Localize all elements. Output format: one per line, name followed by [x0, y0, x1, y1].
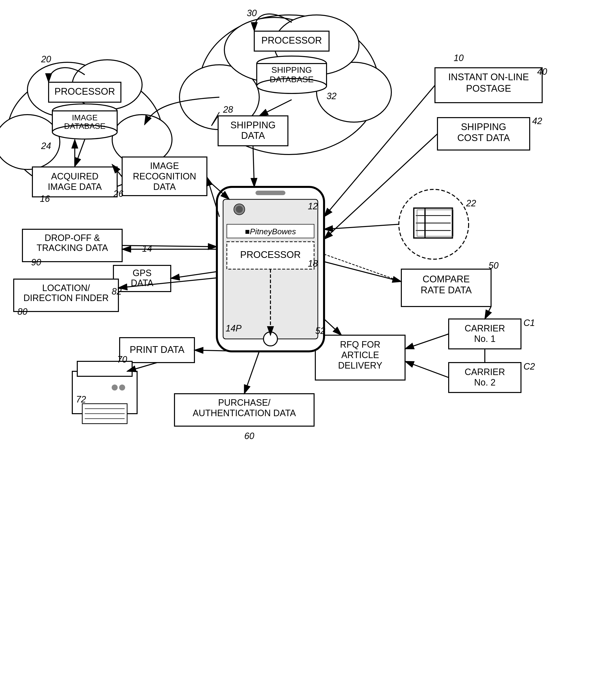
svg-text:80: 80	[18, 307, 27, 317]
svg-text:COMPARE: COMPARE	[423, 274, 470, 284]
svg-point-74	[236, 206, 243, 213]
svg-text:SHIPPING: SHIPPING	[230, 120, 276, 130]
svg-text:DROP-OFF &: DROP-OFF &	[45, 233, 100, 243]
svg-text:IMAGE: IMAGE	[150, 161, 179, 171]
svg-text:IMAGE DATA: IMAGE DATA	[48, 182, 102, 192]
svg-text:30: 30	[247, 8, 257, 18]
svg-text:90: 90	[31, 257, 41, 267]
svg-text:RFQ FOR: RFQ FOR	[340, 340, 380, 350]
svg-text:INSTANT ON-LINE: INSTANT ON-LINE	[448, 72, 529, 82]
svg-text:22: 22	[466, 198, 476, 208]
svg-text:14P: 14P	[226, 323, 242, 333]
svg-text:C2: C2	[523, 361, 535, 372]
svg-text:18: 18	[308, 258, 318, 269]
svg-text:CARRIER: CARRIER	[465, 367, 505, 377]
svg-text:POSTAGE: POSTAGE	[466, 83, 511, 94]
package-icon	[399, 189, 469, 259]
svg-point-95	[112, 384, 118, 390]
printer-icon	[72, 361, 137, 424]
diagram-container: PROCESSOR SHIPPING DATABASE PROCESSOR IM…	[0, 0, 595, 700]
svg-text:SHIPPING: SHIPPING	[461, 122, 506, 132]
svg-text:TRACKING DATA: TRACKING DATA	[37, 243, 108, 253]
svg-text:ARTICLE: ARTICLE	[341, 350, 379, 360]
svg-text:RATE DATA: RATE DATA	[421, 285, 472, 295]
svg-text:DATABASE: DATABASE	[270, 75, 314, 84]
svg-text:DATABASE: DATABASE	[64, 122, 106, 130]
svg-text:RECOGNITION: RECOGNITION	[133, 171, 196, 181]
svg-text:No. 1: No. 1	[474, 334, 495, 344]
svg-text:PRINT DATA: PRINT DATA	[130, 344, 185, 355]
svg-text:C1: C1	[523, 318, 535, 328]
svg-text:PROCESSOR: PROCESSOR	[240, 250, 301, 260]
svg-text:82: 82	[112, 286, 122, 296]
svg-text:50: 50	[488, 260, 499, 271]
svg-text:60: 60	[244, 431, 254, 441]
svg-text:AUTHENTICATION DATA: AUTHENTICATION DATA	[193, 408, 296, 418]
svg-text:PROCESSOR: PROCESSOR	[261, 35, 322, 46]
svg-text:LOCATION/: LOCATION/	[42, 283, 90, 293]
svg-text:28: 28	[223, 105, 233, 115]
svg-text:40: 40	[537, 66, 547, 77]
svg-text:SHIPPING: SHIPPING	[272, 65, 312, 75]
svg-text:COST DATA: COST DATA	[457, 133, 510, 143]
svg-text:16: 16	[40, 194, 50, 204]
svg-text:DELIVERY: DELIVERY	[338, 360, 382, 371]
svg-text:72: 72	[76, 394, 86, 404]
svg-text:42: 42	[532, 116, 542, 126]
svg-text:14: 14	[142, 243, 152, 254]
svg-text:20: 20	[41, 54, 51, 64]
svg-text:PROCESSOR: PROCESSOR	[55, 86, 115, 97]
svg-text:IMAGE: IMAGE	[72, 113, 97, 122]
svg-text:PURCHASE/: PURCHASE/	[218, 398, 271, 408]
svg-text:24: 24	[41, 141, 51, 151]
svg-text:No. 2: No. 2	[474, 377, 495, 387]
svg-text:CARRIER: CARRIER	[465, 323, 505, 333]
svg-text:DATA: DATA	[241, 130, 265, 141]
svg-text:32: 32	[327, 91, 337, 101]
svg-text:12: 12	[308, 201, 318, 211]
svg-rect-72	[255, 191, 285, 195]
svg-text:DATA: DATA	[153, 182, 176, 192]
svg-text:DIRECTION FINDER: DIRECTION FINDER	[23, 293, 109, 303]
svg-text:■PitneyBowes: ■PitneyBowes	[245, 227, 296, 236]
svg-text:26: 26	[113, 188, 124, 199]
svg-text:GPS: GPS	[133, 268, 151, 278]
svg-text:10: 10	[454, 53, 464, 63]
svg-text:52: 52	[315, 326, 325, 336]
svg-point-94	[119, 384, 125, 390]
svg-text:70: 70	[117, 354, 127, 364]
svg-text:ACQUIRED: ACQUIRED	[51, 171, 98, 181]
